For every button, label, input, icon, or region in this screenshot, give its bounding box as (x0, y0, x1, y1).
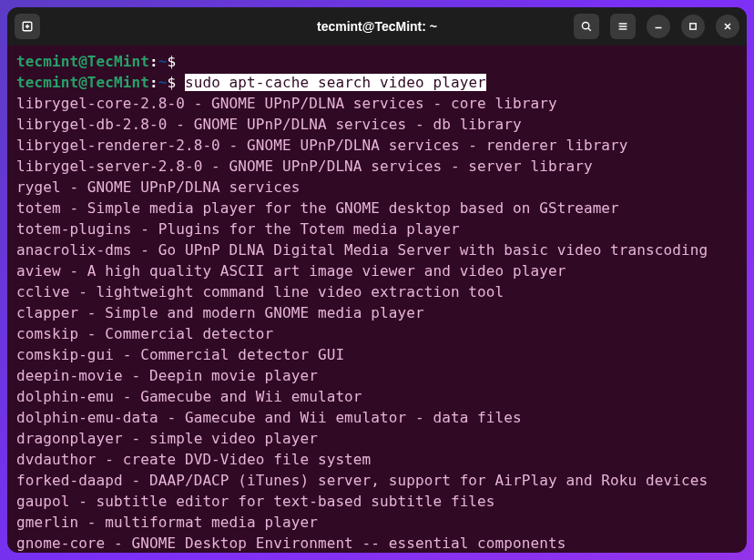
minimize-button[interactable] (647, 15, 670, 38)
output-line: aview - A high quality ASCII art image v… (16, 260, 738, 281)
output-line: dolphin-emu-data - Gamecube and Wii emul… (16, 407, 738, 428)
output-line: clapper - Simple and modern GNOME media … (16, 302, 738, 323)
svg-point-3 (582, 22, 588, 28)
output-line: gmerlin - multiformat media player (16, 512, 738, 533)
close-button[interactable] (716, 15, 739, 38)
output-line: anacrolix-dms - Go UPnP DLNA Digital Med… (16, 239, 738, 260)
output-line: deepin-movie - Deepin movie player (16, 365, 738, 386)
prompt-user: tecmint@TecMint (16, 74, 149, 91)
svg-line-4 (588, 28, 591, 31)
output-line: librygel-renderer-2.8-0 - GNOME UPnP/DLN… (16, 135, 738, 156)
prompt-line-empty: tecmint@TecMint:~$ (16, 51, 738, 72)
new-tab-button[interactable] (15, 14, 40, 39)
output-line: totem-plugins - Plugins for the Totem me… (16, 219, 738, 239)
maximize-button[interactable] (681, 15, 705, 38)
output-line: comskip - Commercial detector (16, 323, 738, 344)
output-line: comskip-gui - Commercial detector GUI (16, 344, 738, 365)
output-line: gnome-core - GNOME Desktop Environment -… (16, 533, 738, 553)
terminal-window: tecmint@TecMint: ~ (7, 7, 747, 553)
prompt-path: ~ (158, 53, 168, 70)
menu-button[interactable] (610, 14, 636, 39)
output-line: dolphin-emu - Gamecube and Wii emulator (16, 386, 738, 407)
output-line: totem - Simple media player for the GNOM… (16, 198, 738, 219)
output-line: librygel-db-2.8-0 - GNOME UPnP/DLNA serv… (16, 114, 738, 135)
prompt-colon: : (149, 53, 158, 70)
prompt-user: tecmint@TecMint (16, 53, 149, 70)
output-line: rygel - GNOME UPnP/DLNA services (16, 177, 738, 198)
output-line: dragonplayer - simple video player (16, 428, 738, 449)
command-highlight: sudo apt-cache search video player (185, 74, 486, 91)
output-line: gaupol - subtitle editor for text-based … (16, 491, 738, 512)
search-button[interactable] (574, 14, 599, 39)
titlebar: tecmint@TecMint: ~ (7, 7, 747, 46)
prompt-dollar: $ (167, 74, 176, 91)
prompt-path: ~ (158, 74, 168, 91)
output-line: cclive - lightweight command line video … (16, 281, 738, 302)
prompt-line-command: tecmint@TecMint:~$ sudo apt-cache search… (16, 72, 738, 93)
terminal-content[interactable]: tecmint@TecMint:~$ tecmint@TecMint:~$ su… (7, 46, 747, 553)
svg-rect-9 (690, 24, 696, 29)
prompt-dollar: $ (167, 53, 176, 70)
output-line: forked-daapd - DAAP/DACP (iTunes) server… (16, 470, 738, 491)
output-line: librygel-core-2.8-0 - GNOME UPnP/DLNA se… (16, 93, 738, 114)
prompt-colon: : (149, 74, 158, 91)
output-line: librygel-server-2.8-0 - GNOME UPnP/DLNA … (16, 156, 738, 177)
window-title: tecmint@TecMint: ~ (317, 19, 437, 34)
output-line: dvdauthor - create DVD-Video file system (16, 449, 738, 470)
